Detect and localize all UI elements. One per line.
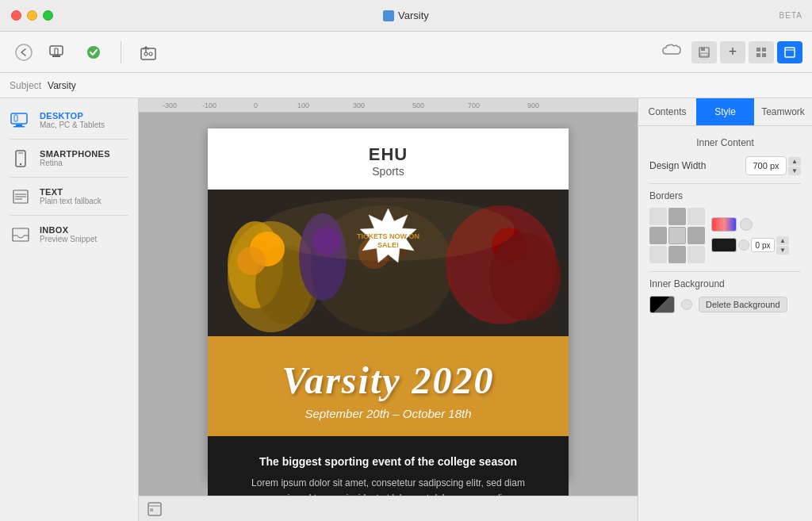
sidebar-item-desktop[interactable]: DESKTOP Mac, PC & Tablets <box>0 105 138 136</box>
toolbar-btn-group: + <box>691 41 802 63</box>
tab-style[interactable]: Style <box>696 98 754 125</box>
varsity-dates: September 20th – October 18th <box>224 407 553 420</box>
border-cell-tr[interactable] <box>688 208 705 225</box>
border-cell-tl[interactable] <box>649 208 667 225</box>
border-px-value[interactable]: 0 px <box>751 238 775 252</box>
svg-point-5 <box>87 46 100 59</box>
subject-bar: Subject Varsity <box>0 73 812 98</box>
subject-value: Varsity <box>48 80 76 91</box>
border-box-grid <box>649 208 705 263</box>
border-px-stepper: ▲ ▼ <box>776 236 789 255</box>
svg-point-1 <box>16 44 32 60</box>
right-panel: Contents Style Teamwork Inner Content De… <box>638 98 812 521</box>
inner-bg-swatch[interactable] <box>649 296 675 313</box>
border-color-picker[interactable] <box>740 218 753 231</box>
save-icon-btn[interactable] <box>691 41 717 63</box>
svg-rect-16 <box>785 48 795 57</box>
email-logo-sub: Sports <box>216 165 561 178</box>
border-color-swatch[interactable] <box>711 217 737 232</box>
svg-rect-14 <box>756 53 760 57</box>
cloud-icon[interactable] <box>661 43 682 61</box>
email-gold-section: Varsity 2020 September 20th – October 18… <box>208 336 569 436</box>
toolbar-nav-group <box>10 38 108 67</box>
text-icon <box>10 188 32 205</box>
add-icon-btn[interactable]: + <box>720 41 745 63</box>
panel-content: Inner Content Design Width 700 px ▲ ▼ Bo… <box>638 126 812 324</box>
checkmark-icon[interactable] <box>79 38 108 67</box>
border-px-row: 0 px ▲ ▼ <box>711 236 801 255</box>
border-bg-picker[interactable] <box>738 239 749 251</box>
svg-rect-29 <box>13 228 29 241</box>
design-width-label: Design Width <box>649 160 706 171</box>
tickets-badge: TICKETS NOW ON SALE! <box>353 205 424 277</box>
border-px-down[interactable]: ▼ <box>776 246 789 255</box>
canvas-scroll[interactable]: EHU Sports <box>139 113 638 496</box>
device-icon[interactable] <box>44 38 73 67</box>
border-cell-bl[interactable] <box>649 246 667 263</box>
border-cell-mr[interactable] <box>688 227 705 244</box>
minimize-button[interactable] <box>27 10 37 21</box>
layout-icon-btn[interactable] <box>749 41 774 63</box>
email-logo-org: EHU <box>216 144 561 165</box>
share-icon[interactable] <box>134 38 163 67</box>
smartphone-icon <box>10 150 32 167</box>
desktop-icon <box>10 112 32 129</box>
sidebar-inbox-label: INBOX <box>40 225 97 235</box>
sidebar-divider-3 <box>10 215 128 216</box>
border-cell-center[interactable] <box>668 227 686 244</box>
sidebar-text-text: TEXT Plain text fallback <box>40 187 102 205</box>
svg-rect-12 <box>756 48 760 52</box>
stepper-down[interactable]: ▼ <box>788 167 801 175</box>
sidebar-item-text[interactable]: TEXT Plain text fallback <box>0 181 138 212</box>
delete-background-button[interactable]: Delete Background <box>699 297 787 312</box>
back-button[interactable] <box>10 38 38 67</box>
border-bg-swatch[interactable] <box>711 238 737 252</box>
email-hero: TICKETS NOW ON SALE! <box>208 190 569 336</box>
svg-rect-21 <box>14 115 17 121</box>
svg-rect-2 <box>50 46 63 55</box>
main-toolbar: + <box>0 32 812 73</box>
sidebar-item-inbox[interactable]: INBOX Preview Snippet <box>0 219 138 250</box>
tab-teamwork[interactable]: Teamwork <box>754 98 812 125</box>
tab-contents[interactable]: Contents <box>638 98 696 125</box>
left-sidebar: DESKTOP Mac, PC & Tablets SMARTPHONES Re… <box>0 98 139 521</box>
border-cell-ml[interactable] <box>649 227 667 244</box>
sidebar-inbox-sublabel: Preview Snippet <box>40 235 97 243</box>
close-button[interactable] <box>11 10 21 21</box>
sidebar-inbox-text: INBOX Preview Snippet <box>40 225 97 243</box>
toolbar-divider-1 <box>121 41 121 63</box>
sidebar-desktop-text: DESKTOP Mac, PC & Tablets <box>40 111 105 129</box>
svg-point-35 <box>237 247 266 275</box>
borders-grid: 0 px ▲ ▼ <box>649 208 801 263</box>
toolbar-right-group: + <box>661 41 802 63</box>
border-cell-br[interactable] <box>688 246 705 263</box>
email-dark-section: The biggest sporting event of the colleg… <box>208 436 569 496</box>
maximize-button[interactable] <box>43 10 53 21</box>
badge-text: TICKETS NOW ON SALE! <box>353 232 424 250</box>
window-icon-btn[interactable] <box>777 41 802 63</box>
borders-title: Borders <box>649 190 801 201</box>
inner-bg-title: Inner Background <box>649 278 801 289</box>
design-width-stepper: ▲ ▼ <box>788 157 801 175</box>
sidebar-smartphones-text: SMARTPHONES Retina <box>40 149 110 167</box>
window-controls <box>11 10 53 21</box>
stepper-up[interactable]: ▲ <box>788 157 801 166</box>
border-cell-tc[interactable] <box>668 208 686 225</box>
sidebar-text-sublabel: Plain text fallback <box>40 197 102 205</box>
event-body: Lorem ipsum dolor sit amet, consetetur s… <box>239 476 537 496</box>
inner-bg-row: Delete Background <box>649 296 801 313</box>
canvas-area: -300 -100 0 100 300 500 700 900 EHU Spor… <box>139 98 638 521</box>
svg-point-23 <box>20 163 21 164</box>
bottom-icon[interactable] <box>145 500 164 519</box>
svg-rect-13 <box>762 48 766 52</box>
border-px-up[interactable]: ▲ <box>776 236 789 245</box>
svg-rect-20 <box>13 126 25 128</box>
varsity-title: Varsity 2020 <box>224 358 553 402</box>
sidebar-smartphones-label: SMARTPHONES <box>40 149 110 159</box>
inner-bg-picker[interactable] <box>681 299 692 310</box>
sidebar-item-smartphones[interactable]: SMARTPHONES Retina <box>0 143 138 174</box>
main-area: DESKTOP Mac, PC & Tablets SMARTPHONES Re… <box>0 98 812 521</box>
border-cell-bc[interactable] <box>668 246 686 263</box>
design-width-value[interactable]: 700 px <box>745 156 787 175</box>
sidebar-text-label: TEXT <box>40 187 102 197</box>
